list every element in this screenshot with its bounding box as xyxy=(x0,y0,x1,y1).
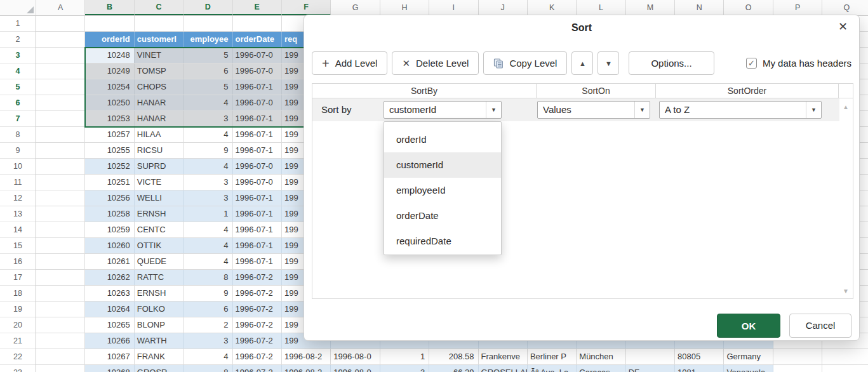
cell-C13[interactable]: ERNSH xyxy=(135,206,184,222)
cell-M22[interactable] xyxy=(626,349,675,364)
row-header-12[interactable]: 12 xyxy=(0,190,36,206)
cell-E22[interactable]: 1996-07-2 xyxy=(233,349,282,364)
cell-B21[interactable]: 10266 xyxy=(85,333,134,349)
cell-C10[interactable]: SUPRD xyxy=(135,159,184,174)
cell-E18[interactable]: 1996-07-2 xyxy=(233,286,282,301)
dropdown-item-employeeId[interactable]: employeeId xyxy=(384,178,501,203)
row-header-23[interactable]: 23 xyxy=(0,365,36,372)
cell-C12[interactable]: WELLI xyxy=(135,190,184,206)
cell-E3[interactable]: 1996-07-0 xyxy=(233,48,282,63)
cell-A5[interactable] xyxy=(36,79,85,95)
cell-D23[interactable]: 8 xyxy=(184,365,232,372)
cell-D10[interactable]: 4 xyxy=(184,159,232,174)
row-header-10[interactable]: 10 xyxy=(0,159,36,175)
cell-I22[interactable]: 208.58 xyxy=(429,349,478,364)
cell-C8[interactable]: HILAA xyxy=(135,127,184,142)
column-header-G[interactable]: G xyxy=(331,0,380,15)
cell-P22[interactable] xyxy=(773,349,822,364)
cell-B3[interactable]: 10248 xyxy=(85,48,134,63)
cell-G22[interactable]: 1996-08-0 xyxy=(331,349,380,364)
column-header-C[interactable]: C xyxy=(135,0,184,15)
cell-Q23[interactable] xyxy=(822,365,868,372)
cell-D2[interactable]: employee xyxy=(184,32,232,47)
cell-A1[interactable] xyxy=(36,16,85,31)
cell-A12[interactable] xyxy=(36,190,85,206)
cell-B23[interactable]: 10268 xyxy=(85,365,134,372)
column-header-L[interactable]: L xyxy=(577,0,625,15)
options-button[interactable]: Options... xyxy=(629,51,714,75)
cell-E6[interactable]: 1996-07-0 xyxy=(233,95,282,110)
cell-B8[interactable]: 10257 xyxy=(85,127,134,142)
cell-D6[interactable]: 4 xyxy=(184,95,232,110)
cell-D16[interactable]: 4 xyxy=(184,254,232,269)
cell-D21[interactable]: 3 xyxy=(184,333,232,349)
cell-E14[interactable]: 1996-07-1 xyxy=(233,222,282,237)
cell-F23[interactable]: 1996-08-2 xyxy=(282,365,331,372)
cell-D4[interactable]: 6 xyxy=(184,63,232,79)
cell-E4[interactable]: 1996-07-0 xyxy=(233,63,282,79)
cell-A19[interactable] xyxy=(36,302,85,317)
cell-J22[interactable]: Frankenve xyxy=(479,349,528,364)
cell-O22[interactable]: Germany xyxy=(724,349,773,364)
row-header-8[interactable]: 8 xyxy=(0,127,36,143)
cell-B1[interactable] xyxy=(85,16,134,31)
scroll-down-icon[interactable]: ▼ xyxy=(843,288,849,295)
dropdown-arrow-icon[interactable]: ▼ xyxy=(486,102,501,118)
cell-C17[interactable]: RATTC xyxy=(135,270,184,285)
cell-D22[interactable]: 4 xyxy=(184,349,232,364)
cell-E23[interactable]: 1996-07-2 xyxy=(233,365,282,372)
column-header-B[interactable]: B xyxy=(85,0,134,15)
cell-D12[interactable]: 3 xyxy=(184,190,232,206)
cell-C1[interactable] xyxy=(135,16,184,31)
cell-B13[interactable]: 10258 xyxy=(85,206,134,222)
sort-field-dropdown[interactable]: customerId ▼ xyxy=(384,101,502,119)
cell-A21[interactable] xyxy=(36,333,85,349)
column-header-F[interactable]: F xyxy=(282,0,331,15)
cell-B2[interactable]: orderId xyxy=(85,32,134,47)
cell-C19[interactable]: FOLKO xyxy=(135,302,184,317)
cell-B20[interactable]: 10265 xyxy=(85,317,134,333)
cell-C3[interactable]: VINET xyxy=(135,48,184,63)
cell-D20[interactable]: 2 xyxy=(184,317,232,333)
cell-A20[interactable] xyxy=(36,317,85,333)
cell-C5[interactable]: CHOPS xyxy=(135,79,184,95)
column-header-J[interactable]: J xyxy=(479,0,528,15)
cell-E19[interactable]: 1996-07-2 xyxy=(233,302,282,317)
cell-E21[interactable]: 1996-07-2 xyxy=(233,333,282,349)
dropdown-item-requiredDate[interactable]: requiredDate xyxy=(384,229,501,254)
sort-on-dropdown[interactable]: Values ▼ xyxy=(537,101,650,119)
column-header-O[interactable]: O xyxy=(724,0,773,15)
cell-E7[interactable]: 1996-07-1 xyxy=(233,111,282,126)
cell-A16[interactable] xyxy=(36,254,85,269)
cell-D13[interactable]: 1 xyxy=(184,206,232,222)
cell-A11[interactable] xyxy=(36,175,85,190)
add-level-button[interactable]: + Add Level xyxy=(312,51,387,75)
cell-D3[interactable]: 5 xyxy=(184,48,232,63)
cell-B16[interactable]: 10261 xyxy=(85,254,134,269)
cell-D9[interactable]: 9 xyxy=(184,143,232,158)
cell-A3[interactable] xyxy=(36,48,85,63)
dropdown-item-orderId[interactable]: orderId xyxy=(384,127,501,152)
cell-B6[interactable]: 10250 xyxy=(85,95,134,110)
cell-B9[interactable]: 10255 xyxy=(85,143,134,158)
column-header-H[interactable]: H xyxy=(380,0,429,15)
column-header-A[interactable]: A xyxy=(36,0,85,15)
row-header-2[interactable]: 2 xyxy=(0,32,36,48)
cell-P23[interactable] xyxy=(773,365,822,372)
cell-D18[interactable]: 9 xyxy=(184,286,232,301)
close-icon[interactable]: ✕ xyxy=(838,20,848,33)
cell-E2[interactable]: orderDate xyxy=(233,32,282,47)
cell-E10[interactable]: 1996-07-0 xyxy=(233,159,282,174)
column-header-I[interactable]: I xyxy=(429,0,478,15)
cell-I23[interactable]: 66.29 xyxy=(429,365,478,372)
cell-E8[interactable]: 1996-07-1 xyxy=(233,127,282,142)
cell-E20[interactable]: 1996-07-2 xyxy=(233,317,282,333)
move-level-up-button[interactable]: ▲ xyxy=(571,51,593,75)
cell-N23[interactable]: 1081 xyxy=(675,365,724,372)
cell-A15[interactable] xyxy=(36,238,85,253)
cell-C20[interactable]: BLONP xyxy=(135,317,184,333)
cell-G23[interactable]: 1996-08-0 xyxy=(331,365,380,372)
cell-F22[interactable]: 1996-08-2 xyxy=(282,349,331,364)
cell-A17[interactable] xyxy=(36,270,85,285)
scroll-up-icon[interactable]: ▲ xyxy=(843,103,849,110)
